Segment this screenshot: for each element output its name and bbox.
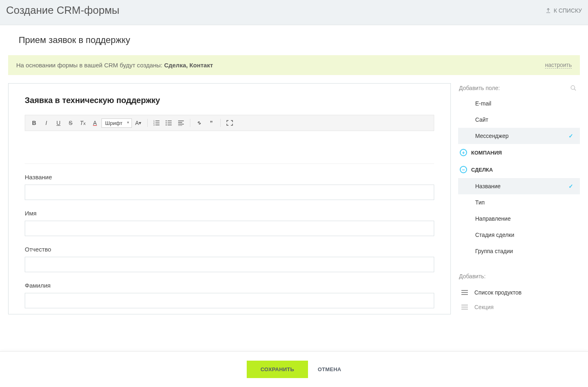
field-option-label: Сайт (475, 116, 488, 123)
svg-text:3: 3 (153, 124, 155, 126)
form-field-row: Название (25, 174, 434, 200)
form-name[interactable]: Прием заявок в поддержку (8, 25, 580, 55)
field-option-label: Группа стадии (475, 248, 513, 254)
align-button[interactable] (175, 118, 187, 128)
page-header: Создание CRM-формы К СПИСКУ (0, 0, 588, 25)
sidebar-add-section: Добавить: Список продуктов Секция (458, 264, 580, 314)
back-to-list-link[interactable]: К СПИСКУ (545, 7, 582, 14)
toolbar-separator (220, 119, 221, 127)
deal-field-direction[interactable]: Направление (458, 211, 580, 227)
group-deal[interactable]: − СДЕЛКА (458, 161, 580, 178)
toolbar-separator (147, 119, 148, 127)
section-icon (461, 305, 468, 310)
clear-format-button[interactable]: Tx (77, 118, 88, 128)
group-label: КОМПАНИЯ (471, 150, 502, 156)
check-icon: ✓ (569, 133, 573, 139)
configure-link[interactable]: настроить (545, 62, 572, 69)
field-input-middlename[interactable] (25, 257, 434, 272)
group-label: СДЕЛКА (471, 167, 493, 173)
field-option-label: Тип (475, 199, 485, 206)
ordered-list-button[interactable]: 123 (151, 118, 162, 128)
form-heading[interactable]: Заявка в техническую поддержку (25, 96, 434, 105)
fullscreen-icon (226, 120, 233, 126)
info-banner: На основании формы в вашей CRM будут соз… (8, 55, 580, 75)
add-product-list[interactable]: Список продуктов (458, 285, 580, 300)
cancel-button[interactable]: ОТМЕНА (318, 366, 341, 372)
italic-button[interactable]: I (41, 118, 52, 128)
footer-actions: СОХРАНИТЬ ОТМЕНА (0, 351, 588, 387)
unordered-list-button[interactable] (163, 118, 174, 128)
info-text: На основании формы в вашей CRM будут соз… (16, 62, 213, 69)
svg-point-5 (166, 125, 167, 126)
search-icon[interactable] (570, 85, 577, 91)
fields-scroll-area[interactable]: E-mail Сайт Мессенджер ✓ + КОМПАНИЯ − СД… (458, 95, 580, 264)
form-fields-area: Название Имя Отчество Фамилия (25, 163, 434, 308)
svg-point-6 (571, 86, 575, 89)
page-title: Создание CRM-формы (6, 4, 119, 17)
info-entities: Сделка, Контакт (164, 62, 213, 69)
check-icon: ✓ (569, 183, 573, 189)
svg-point-4 (166, 123, 167, 124)
toolbar-separator (190, 119, 190, 127)
underline-button[interactable]: U (53, 118, 64, 128)
list-icon (461, 290, 468, 295)
back-to-list-label: К СПИСКУ (554, 7, 582, 14)
deal-field-stage[interactable]: Стадия сделки (458, 227, 580, 243)
field-option-label: E-mail (475, 100, 491, 107)
sidebar-search-row: Добавить поле: (458, 83, 580, 95)
deal-field-title[interactable]: Название ✓ (458, 178, 580, 194)
form-editor-panel: Заявка в техническую поддержку B I U S T… (8, 83, 451, 314)
link-icon (196, 120, 202, 126)
field-label: Отчество (25, 246, 434, 253)
field-input-lastname[interactable] (25, 293, 434, 308)
deal-field-stage-group[interactable]: Группа стадии (458, 243, 580, 259)
add-option-label: Секция (474, 304, 493, 310)
minus-circle-icon: − (460, 166, 467, 173)
svg-point-3 (166, 120, 167, 122)
save-button[interactable]: СОХРАНИТЬ (247, 361, 308, 378)
ordered-list-icon: 123 (153, 120, 160, 126)
field-option-label: Мессенджер (475, 133, 508, 139)
add-option-label: Список продуктов (474, 289, 521, 296)
unordered-list-icon (166, 120, 172, 126)
form-field-row: Фамилия (25, 282, 434, 308)
bold-button[interactable]: B (28, 118, 40, 128)
field-label: Имя (25, 210, 434, 217)
deal-field-type[interactable]: Тип (458, 194, 580, 211)
rte-toolbar: B I U S Tx A Шрифт A▾ 123 (25, 115, 434, 131)
add-label: Добавить: (458, 270, 580, 285)
field-option-messenger[interactable]: Мессенджер ✓ (458, 128, 580, 144)
add-field-label: Добавить поле: (459, 85, 500, 91)
form-field-row: Отчество (25, 246, 434, 272)
fields-sidebar: Добавить поле: E-mail Сайт Мессенджер ✓ … (458, 83, 580, 314)
field-label: Название (25, 174, 434, 181)
back-arrow-icon (545, 8, 551, 13)
info-prefix: На основании формы в вашей CRM будут соз… (16, 62, 164, 69)
field-input-firstname[interactable] (25, 221, 434, 236)
add-section[interactable]: Секция (458, 300, 580, 314)
field-option-site[interactable]: Сайт (458, 112, 580, 128)
font-size-button[interactable]: A▾ (133, 118, 144, 128)
link-button[interactable] (194, 118, 205, 128)
plus-circle-icon: + (460, 149, 467, 156)
field-option-email[interactable]: E-mail (458, 95, 580, 112)
fullscreen-button[interactable] (224, 118, 235, 128)
field-option-label: Название (475, 183, 501, 189)
form-field-row: Имя (25, 210, 434, 236)
quote-button[interactable]: ” (206, 118, 217, 128)
text-color-button[interactable]: A (89, 118, 101, 128)
field-option-label: Стадия сделки (475, 232, 514, 238)
field-label: Фамилия (25, 282, 434, 289)
field-input-title[interactable] (25, 185, 434, 200)
font-select[interactable]: Шрифт (101, 118, 132, 128)
group-company[interactable]: + КОМПАНИЯ (458, 144, 580, 161)
align-icon (178, 120, 184, 126)
strike-button[interactable]: S (65, 118, 76, 128)
font-select-label: Шрифт (105, 120, 123, 126)
field-option-label: Направление (475, 215, 510, 222)
